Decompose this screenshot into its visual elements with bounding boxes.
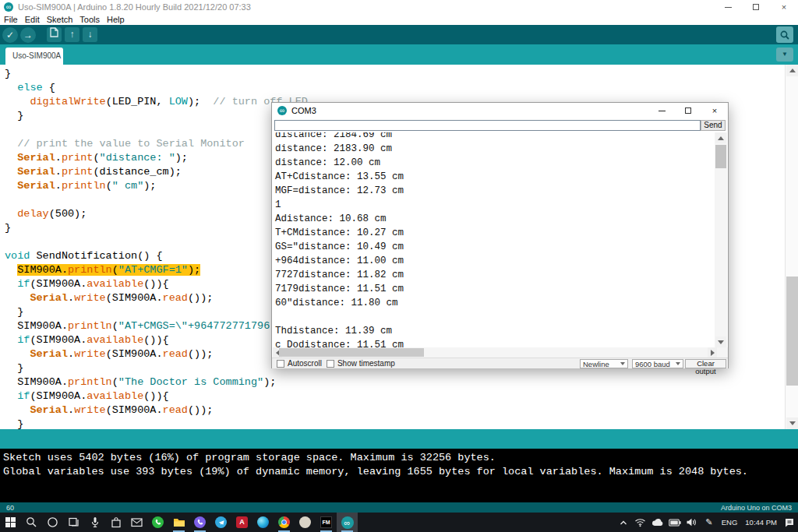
- serial-line: GS="distance: 10.49 cm: [275, 240, 715, 254]
- telegram-button[interactable]: [210, 513, 231, 532]
- code-line: }: [5, 67, 785, 81]
- scroll-up-icon[interactable]: [715, 132, 726, 143]
- serial-hscrollbar-thumb[interactable]: [279, 348, 424, 357]
- telegram-icon: [215, 516, 227, 528]
- serial-scrollbar-thumb[interactable]: [715, 145, 726, 168]
- minimize-icon[interactable]: [648, 103, 675, 118]
- open-button[interactable]: ↑: [65, 27, 79, 42]
- verify-button[interactable]: ✓: [2, 27, 18, 43]
- chrome-button[interactable]: [274, 513, 295, 532]
- serial-line: AT+Cdistance: 13.55 cm: [275, 170, 715, 184]
- volume-button[interactable]: [683, 513, 701, 532]
- menu-bar: FileEditSketchToolsHelp: [0, 14, 798, 25]
- game-app-button[interactable]: [295, 513, 316, 532]
- mail-button[interactable]: [126, 513, 147, 532]
- clear-output-button[interactable]: Clear output: [685, 359, 726, 368]
- menu-file[interactable]: File: [4, 15, 18, 24]
- restore-icon[interactable]: [742, 0, 770, 14]
- scroll-up-icon[interactable]: [786, 65, 798, 76]
- voice-recorder-button[interactable]: [84, 513, 105, 532]
- microsoft-store-button[interactable]: [105, 513, 126, 532]
- serial-line: 1: [275, 198, 715, 212]
- task-view-button[interactable]: [63, 513, 84, 532]
- acrobat-icon: A: [236, 516, 248, 528]
- menu-help[interactable]: Help: [107, 15, 125, 24]
- upload-button[interactable]: →: [20, 27, 36, 43]
- serial-line: Thdistance: 11.39 cm: [275, 324, 715, 338]
- hidden-icons-chevron[interactable]: [615, 513, 632, 532]
- network-button[interactable]: [632, 513, 649, 532]
- taskbar: A FM ∞: [0, 513, 798, 532]
- desktop: ∞ Uso-SIM900A | Arduino 1.8.20 Hourly Bu…: [0, 0, 798, 532]
- cortana-button[interactable]: [42, 513, 63, 532]
- serial-input[interactable]: [274, 120, 701, 131]
- battery-icon: [669, 519, 681, 527]
- save-icon: ↓: [88, 29, 93, 40]
- windows-ink-button[interactable]: ✎: [701, 513, 718, 532]
- show-timestamp-checkbox[interactable]: [327, 360, 334, 368]
- arduino-app-icon: ∞: [277, 106, 287, 115]
- serial-line: 7727distance: 11.82 cm: [275, 268, 715, 282]
- status-bar: 60 Arduino Uno on COM3: [0, 502, 798, 513]
- serial-line: Adistance: 10.68 cm: [275, 212, 715, 226]
- tab-uso-sim900a[interactable]: Uso-SIM900A: [5, 48, 63, 65]
- speaker-icon: [686, 517, 697, 527]
- serial-line: distance: 2183.90 cm: [275, 142, 715, 156]
- menu-edit[interactable]: Edit: [25, 15, 40, 24]
- serial-monitor-bottom-bar: Autoscroll Show timestamp Newline 9600 b…: [272, 358, 728, 368]
- baud-rate-select[interactable]: 9600 baud: [632, 359, 683, 368]
- acrobat-button[interactable]: A: [231, 513, 252, 532]
- serial-line: T+CMdistance: 10.27 cm: [275, 226, 715, 240]
- close-icon[interactable]: ×: [701, 103, 728, 118]
- viber-button[interactable]: [189, 513, 210, 532]
- start-button[interactable]: [0, 513, 21, 532]
- serial-vertical-scrollbar[interactable]: [715, 132, 727, 347]
- menu-sketch[interactable]: Sketch: [47, 15, 73, 24]
- save-button[interactable]: ↓: [83, 27, 97, 42]
- minimize-icon[interactable]: [714, 0, 742, 14]
- fm-app-button[interactable]: FM: [316, 513, 337, 532]
- search-button[interactable]: [21, 513, 42, 532]
- whatsapp-button[interactable]: [147, 513, 168, 532]
- line-ending-value: Newline: [583, 360, 609, 368]
- editor-scrollbar[interactable]: [785, 65, 798, 429]
- mail-icon: [131, 517, 143, 527]
- open-icon: ↑: [70, 29, 75, 40]
- battery-button[interactable]: [666, 513, 683, 532]
- chrome-icon: [278, 516, 290, 528]
- edge-button[interactable]: [252, 513, 274, 532]
- onedrive-button[interactable]: [649, 513, 666, 532]
- cloud-icon: [651, 518, 664, 527]
- send-button[interactable]: Send: [701, 120, 726, 131]
- status-line-number: 60: [6, 504, 14, 512]
- autoscroll-checkbox[interactable]: [277, 360, 284, 368]
- line-ending-select[interactable]: Newline: [580, 359, 628, 368]
- chevron-down-icon: [676, 362, 680, 365]
- serial-line: [275, 310, 715, 324]
- microphone-icon: [90, 516, 101, 528]
- serial-line: 7179distance: 11.51 cm: [275, 282, 715, 296]
- code-line: SIM900A.println("The Doctor is Comming")…: [5, 375, 785, 389]
- new-sketch-button[interactable]: [47, 27, 62, 42]
- arduino-taskbar-button[interactable]: ∞: [337, 513, 358, 532]
- serial-monitor-button[interactable]: [776, 26, 793, 43]
- code-line: else {: [5, 81, 785, 95]
- fm-app-icon: FM: [320, 516, 332, 528]
- serial-horizontal-scrollbar[interactable]: [273, 347, 728, 358]
- action-center-button[interactable]: [781, 513, 798, 532]
- show-timestamp-label: Show timestamp: [337, 359, 395, 368]
- tab-list-button[interactable]: ▼: [776, 48, 793, 62]
- language-indicator[interactable]: ENG: [718, 518, 742, 527]
- serial-monitor-title: COM3: [291, 106, 316, 115]
- scroll-right-icon[interactable]: [708, 347, 717, 358]
- file-explorer-button[interactable]: [168, 513, 189, 532]
- folder-icon: [173, 517, 185, 528]
- menu-tools[interactable]: Tools: [79, 15, 100, 24]
- editor-scrollbar-thumb[interactable]: [786, 277, 798, 386]
- scroll-down-icon[interactable]: [786, 417, 798, 429]
- maximize-icon[interactable]: [675, 103, 701, 118]
- console-lines: Sketch uses 5402 bytes (16%) of program …: [0, 449, 798, 479]
- scroll-down-icon[interactable]: [715, 336, 726, 347]
- clock[interactable]: 10:44 PM: [741, 518, 781, 527]
- close-icon[interactable]: ×: [770, 0, 798, 14]
